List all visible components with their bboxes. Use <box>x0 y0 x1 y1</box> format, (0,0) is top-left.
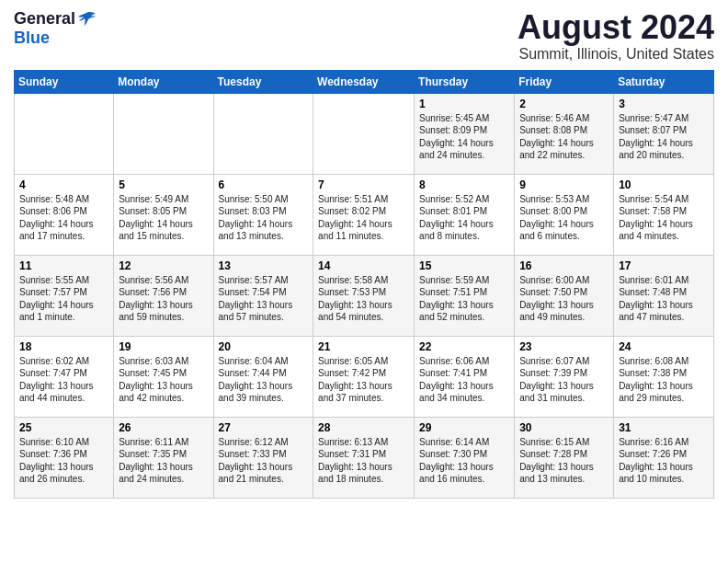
calendar-cell <box>313 93 415 174</box>
day-info: Sunrise: 6:11 AMSunset: 7:35 PMDaylight:… <box>119 436 208 486</box>
day-info: Sunrise: 6:02 AMSunset: 7:47 PMDaylight:… <box>19 355 108 405</box>
calendar-cell: 20Sunrise: 6:04 AMSunset: 7:44 PMDayligh… <box>213 336 313 417</box>
day-info: Sunrise: 5:59 AMSunset: 7:51 PMDaylight:… <box>419 274 509 324</box>
day-number: 1 <box>419 98 509 110</box>
calendar-cell: 2Sunrise: 5:46 AMSunset: 8:08 PMDaylight… <box>515 93 614 174</box>
logo-blue: Blue <box>14 29 50 48</box>
day-info: Sunrise: 6:00 AMSunset: 7:50 PMDaylight:… <box>519 274 609 324</box>
day-number: 9 <box>519 178 609 191</box>
day-number: 19 <box>119 340 208 353</box>
calendar-table: SundayMondayTuesdayWednesdayThursdayFrid… <box>14 70 714 499</box>
logo-general: General <box>14 9 75 29</box>
day-info: Sunrise: 5:51 AMSunset: 8:02 PMDaylight:… <box>318 193 409 243</box>
logo: General Blue <box>14 9 96 48</box>
day-number: 13 <box>219 259 309 272</box>
day-number: 25 <box>19 421 108 434</box>
week-row-5: 25Sunrise: 6:10 AMSunset: 7:36 PMDayligh… <box>15 417 714 498</box>
day-info: Sunrise: 6:01 AMSunset: 7:48 PMDaylight:… <box>619 274 709 324</box>
day-info: Sunrise: 6:15 AMSunset: 7:28 PMDaylight:… <box>519 436 609 486</box>
day-number: 16 <box>519 259 609 272</box>
calendar-cell: 18Sunrise: 6:02 AMSunset: 7:47 PMDayligh… <box>15 336 114 417</box>
header: General Blue August 2024 Summit, Illinoi… <box>14 9 714 63</box>
day-info: Sunrise: 6:08 AMSunset: 7:38 PMDaylight:… <box>619 355 709 405</box>
day-info: Sunrise: 5:50 AMSunset: 8:03 PMDaylight:… <box>219 193 309 243</box>
day-number: 8 <box>419 178 509 191</box>
calendar-cell: 22Sunrise: 6:06 AMSunset: 7:41 PMDayligh… <box>415 336 515 417</box>
title-area: August 2024 Summit, Illinois, United Sta… <box>518 9 714 63</box>
day-number: 27 <box>219 421 309 434</box>
day-info: Sunrise: 6:03 AMSunset: 7:45 PMDaylight:… <box>119 355 208 405</box>
day-number: 14 <box>318 259 409 272</box>
calendar-cell: 19Sunrise: 6:03 AMSunset: 7:45 PMDayligh… <box>114 336 213 417</box>
day-header-saturday: Saturday <box>614 70 714 93</box>
day-number: 24 <box>619 340 709 353</box>
day-info: Sunrise: 5:49 AMSunset: 8:05 PMDaylight:… <box>119 193 208 243</box>
day-header-thursday: Thursday <box>415 70 515 93</box>
day-number: 23 <box>519 340 609 353</box>
calendar-cell: 16Sunrise: 6:00 AMSunset: 7:50 PMDayligh… <box>515 255 614 336</box>
location-title: Summit, Illinois, United States <box>518 46 714 63</box>
day-number: 2 <box>519 98 609 110</box>
calendar-cell: 30Sunrise: 6:15 AMSunset: 7:28 PMDayligh… <box>515 417 614 498</box>
day-number: 5 <box>119 178 208 191</box>
day-header-tuesday: Tuesday <box>213 70 313 93</box>
calendar-cell: 9Sunrise: 5:53 AMSunset: 8:00 PMDaylight… <box>515 174 614 255</box>
calendar-cell: 5Sunrise: 5:49 AMSunset: 8:05 PMDaylight… <box>114 174 213 255</box>
calendar-cell: 27Sunrise: 6:12 AMSunset: 7:33 PMDayligh… <box>213 417 313 498</box>
day-number: 20 <box>219 340 309 353</box>
day-info: Sunrise: 6:16 AMSunset: 7:26 PMDaylight:… <box>619 436 709 486</box>
week-row-2: 4Sunrise: 5:48 AMSunset: 8:06 PMDaylight… <box>15 174 714 255</box>
day-info: Sunrise: 5:47 AMSunset: 8:07 PMDaylight:… <box>619 112 709 162</box>
calendar-cell: 13Sunrise: 5:57 AMSunset: 7:54 PMDayligh… <box>213 255 313 336</box>
day-info: Sunrise: 5:52 AMSunset: 8:01 PMDaylight:… <box>419 193 509 243</box>
day-info: Sunrise: 6:07 AMSunset: 7:39 PMDaylight:… <box>519 355 609 405</box>
day-number: 17 <box>619 259 709 272</box>
day-info: Sunrise: 6:12 AMSunset: 7:33 PMDaylight:… <box>219 436 309 486</box>
week-row-4: 18Sunrise: 6:02 AMSunset: 7:47 PMDayligh… <box>15 336 714 417</box>
calendar-cell: 11Sunrise: 5:55 AMSunset: 7:57 PMDayligh… <box>15 255 114 336</box>
calendar-cell: 31Sunrise: 6:16 AMSunset: 7:26 PMDayligh… <box>614 417 714 498</box>
day-header-monday: Monday <box>114 70 213 93</box>
day-number: 31 <box>619 421 709 434</box>
calendar-cell: 8Sunrise: 5:52 AMSunset: 8:01 PMDaylight… <box>415 174 515 255</box>
header-row: SundayMondayTuesdayWednesdayThursdayFrid… <box>15 70 714 93</box>
calendar-cell: 10Sunrise: 5:54 AMSunset: 7:58 PMDayligh… <box>614 174 714 255</box>
day-info: Sunrise: 5:54 AMSunset: 7:58 PMDaylight:… <box>619 193 709 243</box>
calendar-cell: 3Sunrise: 5:47 AMSunset: 8:07 PMDaylight… <box>614 93 714 174</box>
calendar-cell: 23Sunrise: 6:07 AMSunset: 7:39 PMDayligh… <box>515 336 614 417</box>
day-header-wednesday: Wednesday <box>313 70 415 93</box>
calendar-cell: 25Sunrise: 6:10 AMSunset: 7:36 PMDayligh… <box>15 417 114 498</box>
day-number: 30 <box>519 421 609 434</box>
day-number: 22 <box>419 340 509 353</box>
day-header-sunday: Sunday <box>15 70 114 93</box>
calendar-cell: 21Sunrise: 6:05 AMSunset: 7:42 PMDayligh… <box>313 336 415 417</box>
day-info: Sunrise: 5:56 AMSunset: 7:56 PMDaylight:… <box>119 274 208 324</box>
calendar-cell: 26Sunrise: 6:11 AMSunset: 7:35 PMDayligh… <box>114 417 213 498</box>
day-info: Sunrise: 6:13 AMSunset: 7:31 PMDaylight:… <box>318 436 409 486</box>
week-row-3: 11Sunrise: 5:55 AMSunset: 7:57 PMDayligh… <box>15 255 714 336</box>
day-info: Sunrise: 6:05 AMSunset: 7:42 PMDaylight:… <box>318 355 409 405</box>
day-info: Sunrise: 5:45 AMSunset: 8:09 PMDaylight:… <box>419 112 509 162</box>
calendar-cell: 28Sunrise: 6:13 AMSunset: 7:31 PMDayligh… <box>313 417 415 498</box>
day-info: Sunrise: 5:58 AMSunset: 7:53 PMDaylight:… <box>318 274 409 324</box>
calendar-cell: 12Sunrise: 5:56 AMSunset: 7:56 PMDayligh… <box>114 255 213 336</box>
calendar-cell: 24Sunrise: 6:08 AMSunset: 7:38 PMDayligh… <box>614 336 714 417</box>
week-row-1: 1Sunrise: 5:45 AMSunset: 8:09 PMDaylight… <box>15 93 714 174</box>
day-info: Sunrise: 5:48 AMSunset: 8:06 PMDaylight:… <box>19 193 108 243</box>
day-info: Sunrise: 5:57 AMSunset: 7:54 PMDaylight:… <box>219 274 309 324</box>
calendar-cell <box>114 93 213 174</box>
day-number: 26 <box>119 421 208 434</box>
calendar-cell: 7Sunrise: 5:51 AMSunset: 8:02 PMDaylight… <box>313 174 415 255</box>
calendar-cell: 29Sunrise: 6:14 AMSunset: 7:30 PMDayligh… <box>415 417 515 498</box>
logo-bird-icon <box>77 11 96 26</box>
day-info: Sunrise: 6:04 AMSunset: 7:44 PMDaylight:… <box>219 355 309 405</box>
calendar-cell <box>15 93 114 174</box>
day-number: 21 <box>318 340 409 353</box>
day-number: 18 <box>19 340 108 353</box>
day-info: Sunrise: 6:06 AMSunset: 7:41 PMDaylight:… <box>419 355 509 405</box>
day-number: 12 <box>119 259 208 272</box>
day-info: Sunrise: 5:53 AMSunset: 8:00 PMDaylight:… <box>519 193 609 243</box>
month-title: August 2024 <box>518 9 714 46</box>
day-number: 15 <box>419 259 509 272</box>
calendar-cell <box>213 93 313 174</box>
